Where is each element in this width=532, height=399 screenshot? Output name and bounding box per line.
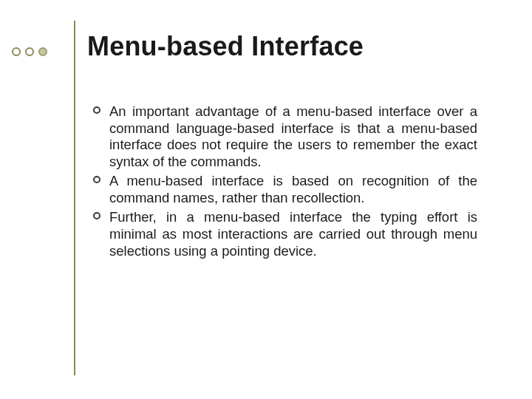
bullet-icon xyxy=(93,103,109,114)
bullet-text: An important advantage of a menu-based i… xyxy=(109,103,477,170)
bullet-item: A menu-based interface is based on recog… xyxy=(93,173,477,206)
bullet-text: Further, in a menu-based interface the t… xyxy=(109,209,477,259)
slide: Menu-based Interface An important advant… xyxy=(0,0,532,399)
bullet-icon xyxy=(93,173,109,183)
decor-dot-icon xyxy=(12,47,21,56)
bullet-text: A menu-based interface is based on recog… xyxy=(109,173,477,206)
decor-dot-icon xyxy=(25,47,34,56)
slide-title: Menu-based Interface xyxy=(87,31,364,62)
vertical-divider xyxy=(74,21,75,375)
decor-dots xyxy=(12,47,47,56)
slide-body: An important advantage of a menu-based i… xyxy=(93,103,477,262)
bullet-item: An important advantage of a menu-based i… xyxy=(93,103,477,170)
bullet-icon xyxy=(93,209,109,219)
bullet-item: Further, in a menu-based interface the t… xyxy=(93,209,477,259)
decor-dot-filled-icon xyxy=(38,47,47,56)
